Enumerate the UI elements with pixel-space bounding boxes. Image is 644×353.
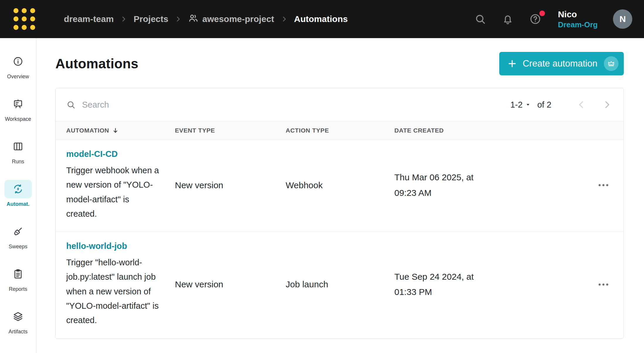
breadcrumb-project-label: awesome-project <box>202 14 274 24</box>
chevron-right-icon <box>175 16 182 23</box>
bell-icon[interactable] <box>502 13 514 25</box>
automation-name-link[interactable]: hello-world-job <box>66 241 127 251</box>
row-menu-icon[interactable] <box>596 281 611 288</box>
action-type-cell: Webhook <box>286 149 394 221</box>
team-people-icon <box>188 13 199 26</box>
sidebar-item-label: Runs <box>12 159 24 165</box>
automation-description: Trigger "hello-world-job.py:latest" laun… <box>66 255 161 327</box>
page-total: of 2 <box>537 100 551 110</box>
topbar: dream-team Projects awesome-project Auto… <box>0 0 644 38</box>
runs-table-icon <box>4 137 32 156</box>
column-header-automation[interactable]: AUTOMATION <box>66 127 175 134</box>
table-toolbar: 1-2 of 2 <box>56 88 623 121</box>
search-input[interactable] <box>82 100 510 110</box>
content-header: Automations Create automation <box>55 52 624 76</box>
clipboard-icon <box>4 265 32 284</box>
table-row: model-CI-CD Trigger webhook when a new v… <box>56 140 623 232</box>
row-menu-icon[interactable] <box>596 181 611 189</box>
search-icon <box>66 100 76 109</box>
chevron-right-icon <box>120 16 127 23</box>
sort-desc-icon <box>112 127 119 134</box>
breadcrumb: dream-team Projects awesome-project Auto… <box>64 13 348 26</box>
sidebar-item-runs[interactable]: Runs <box>0 130 36 172</box>
wandb-logo-icon[interactable] <box>12 6 37 32</box>
main-content: Automations Create automation <box>36 38 644 353</box>
sidebar-item-label: Artifacts <box>8 329 28 335</box>
breadcrumb-projects[interactable]: Projects <box>134 14 168 24</box>
sidebar-item-label: Overview <box>7 74 29 80</box>
column-header-event-type: EVENT TYPE <box>175 127 286 134</box>
next-page-button[interactable] <box>601 99 613 111</box>
automations-panel: 1-2 of 2 AUTOMATION <box>55 88 624 339</box>
sidebar-item-label: Reports <box>9 286 27 292</box>
caret-down-icon <box>526 102 530 107</box>
table-header: AUTOMATION EVENT TYPE ACTION TYPE DATE C… <box>56 121 623 140</box>
page-range-label: 1-2 <box>510 100 523 110</box>
sidebar-item-label: Workspace <box>5 116 31 122</box>
sidebar-item-label: Sweeps <box>8 244 27 250</box>
sidebar-item-workspace[interactable]: Workspace <box>0 87 36 130</box>
event-type-cell: New version <box>175 241 286 327</box>
pagination: 1-2 of 2 <box>510 99 613 111</box>
column-header-date-created: DATE CREATED <box>394 127 572 134</box>
table-row: hello-world-job Trigger "hello-world-job… <box>56 232 623 338</box>
sidebar-item-overview[interactable]: Overview <box>0 45 36 87</box>
sidebar-item-automations[interactable]: Automat. <box>0 172 36 215</box>
column-header-action-type: ACTION TYPE <box>286 127 394 134</box>
action-type-cell: Job launch <box>286 241 394 327</box>
user-name: Nico <box>558 10 577 19</box>
avatar[interactable]: N <box>613 9 632 29</box>
date-created-cell: Thu Mar 06 2025, at 09:23 AM <box>394 149 572 221</box>
sidebar: Overview Workspace Runs <box>0 38 36 353</box>
workspace-icon <box>4 95 32 113</box>
crown-badge-icon <box>604 56 619 71</box>
automations-icon <box>4 180 32 198</box>
layers-icon <box>4 307 32 326</box>
breadcrumb-team[interactable]: dream-team <box>64 14 114 24</box>
help-icon[interactable] <box>529 13 541 25</box>
broom-icon <box>4 222 32 241</box>
event-type-cell: New version <box>175 149 286 221</box>
user-menu[interactable]: Nico Dream-Org <box>558 10 598 28</box>
page-title: Automations <box>55 56 138 72</box>
plus-icon <box>507 58 517 69</box>
prev-page-button[interactable] <box>575 99 587 111</box>
automation-name-link[interactable]: model-CI-CD <box>66 149 118 159</box>
sidebar-item-sweeps[interactable]: Sweeps <box>0 215 36 257</box>
info-icon <box>4 52 32 71</box>
sidebar-item-reports[interactable]: Reports <box>0 257 36 300</box>
chevron-right-icon <box>281 16 288 23</box>
page-range-selector[interactable]: 1-2 <box>510 100 530 110</box>
breadcrumb-project[interactable]: awesome-project <box>188 13 274 26</box>
search-icon[interactable] <box>474 13 486 25</box>
automation-description: Trigger webhook when a new version of "Y… <box>66 163 161 221</box>
create-automation-button[interactable]: Create automation <box>499 52 624 75</box>
date-created-cell: Tue Sep 24 2024, at 01:33 PM <box>394 241 572 327</box>
sidebar-item-label: Automat. <box>7 201 30 207</box>
automation-cell: model-CI-CD Trigger webhook when a new v… <box>66 149 175 221</box>
sidebar-item-artifacts[interactable]: Artifacts <box>0 300 36 342</box>
create-automation-label: Create automation <box>523 58 597 69</box>
user-org: Dream-Org <box>558 21 598 28</box>
notification-dot <box>539 11 545 16</box>
avatar-initial: N <box>619 14 626 24</box>
automation-cell: hello-world-job Trigger "hello-world-job… <box>66 241 175 327</box>
topbar-actions: Nico Dream-Org N <box>474 9 632 29</box>
breadcrumb-current: Automations <box>294 14 348 24</box>
